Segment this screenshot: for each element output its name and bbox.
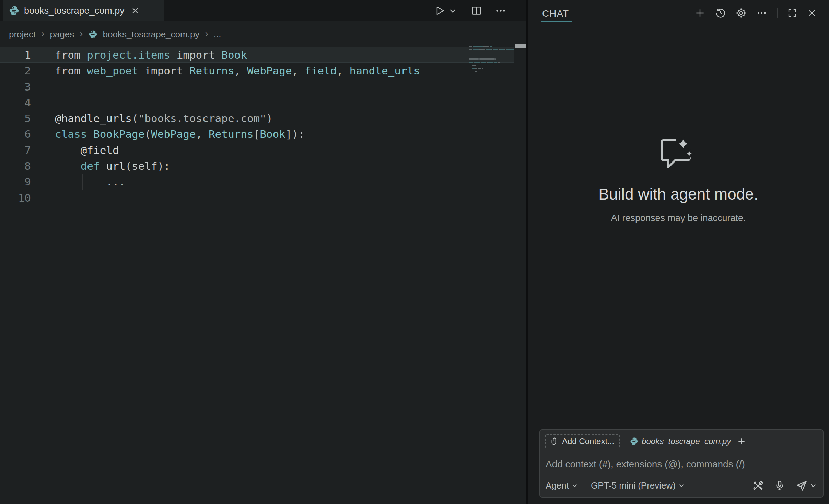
minimap-line <box>481 62 486 63</box>
send-dropdown-button[interactable] <box>810 482 817 489</box>
minimap-line <box>473 46 483 47</box>
breadcrumb: project › pages › books_toscrape_com.py … <box>9 27 221 42</box>
minimap-line <box>469 62 473 63</box>
code-line[interactable]: 4 <box>0 95 514 110</box>
minimap-line <box>479 58 495 60</box>
close-icon <box>807 8 817 18</box>
chat-input-container[interactable]: Add Context... books_toscrape_com.py Add… <box>539 429 824 498</box>
breadcrumb-pages[interactable]: pages <box>50 29 74 40</box>
chat-empty-state: Build with agent mode. AI responses may … <box>528 135 829 224</box>
chat-input-placeholder[interactable]: Add context (#), extensions (@), command… <box>546 459 745 470</box>
minimap-line <box>478 68 481 69</box>
history-button[interactable] <box>715 8 726 19</box>
code-text: class BookPage(WebPage, Returns[Book]): <box>55 126 305 142</box>
gear-icon <box>736 8 747 19</box>
minimap-line <box>478 58 479 60</box>
current-file-chip[interactable]: books_toscrape_com.py <box>628 434 751 448</box>
code-line[interactable]: 5@handle_urls("books.toscrape.com") <box>0 110 514 126</box>
minimap-line <box>479 49 486 50</box>
breadcrumb-project[interactable]: project <box>9 29 36 40</box>
model-picker[interactable]: GPT-5 mini (Preview) <box>591 480 685 491</box>
code-line[interactable]: 10 <box>0 190 514 206</box>
ellipsis-icon <box>756 8 767 19</box>
code-line[interactable]: 9 ... <box>0 174 514 190</box>
chevron-down-icon <box>449 7 456 14</box>
code-text: from project.items import Book <box>55 47 247 63</box>
code-line[interactable]: 6class BookPage(WebPage, Returns[Book]): <box>0 126 514 142</box>
minimap-line <box>475 68 477 69</box>
tab-books-toscrape[interactable]: books_toscrape_com.py <box>3 0 164 21</box>
minimap-line <box>488 62 493 63</box>
minimap-line <box>472 65 476 66</box>
editor-group: books_toscrape_com.py project › pages › <box>0 0 526 504</box>
code-text: @handle_urls("books.toscrape.com") <box>55 110 273 126</box>
chat-panel: CHAT <box>528 0 829 504</box>
indent-guide <box>57 142 57 158</box>
indent-guide <box>57 158 57 174</box>
line-number: 6 <box>0 126 31 142</box>
python-icon <box>630 437 638 445</box>
empty-state-subtitle: AI responses may be inaccurate. <box>528 213 829 224</box>
minimap-line <box>487 62 488 63</box>
code-line[interactable]: 2from web_poet import Returns, WebPage, … <box>0 63 514 79</box>
code-line[interactable]: 8 def url(self): <box>0 158 514 174</box>
breadcrumb-separator: › <box>205 28 208 39</box>
current-file-chip-label: books_toscrape_com.py <box>642 436 731 446</box>
code-text: ... <box>55 174 125 190</box>
minimap-line <box>469 46 472 47</box>
more-actions-button[interactable] <box>495 5 506 16</box>
code-editor[interactable]: 1from project.items import Book2from web… <box>0 47 514 206</box>
scrollbar-thumb[interactable] <box>515 44 526 48</box>
minimap-line <box>469 58 478 60</box>
indent-guide <box>57 174 57 190</box>
line-number: 8 <box>0 158 31 174</box>
tab-chat[interactable]: CHAT <box>542 8 569 19</box>
add-context-button[interactable]: Add Context... <box>545 434 620 448</box>
line-number: 9 <box>0 174 31 190</box>
send-icon <box>795 479 808 492</box>
chevron-down-icon <box>810 482 817 489</box>
voice-input-button[interactable] <box>774 480 785 491</box>
minimap-line <box>480 62 481 63</box>
line-number: 3 <box>0 79 31 95</box>
minimap-line <box>498 62 500 63</box>
attach-more-button[interactable] <box>737 437 746 446</box>
minimap[interactable] <box>465 41 514 96</box>
code-line[interactable]: 7 @field <box>0 142 514 158</box>
minimap-line <box>483 46 489 47</box>
new-chat-button[interactable] <box>694 8 705 19</box>
maximize-icon <box>787 8 797 18</box>
chevron-down-icon <box>678 482 685 489</box>
line-number: 4 <box>0 95 31 110</box>
code-line[interactable]: 3 <box>0 79 514 95</box>
tab-close-icon[interactable] <box>131 7 139 14</box>
send-button[interactable] <box>795 479 808 492</box>
plus-icon <box>694 8 705 19</box>
code-line[interactable]: 1from project.items import Book <box>0 47 514 63</box>
chat-panel-header: CHAT <box>528 0 829 26</box>
settings-button[interactable] <box>736 8 747 19</box>
model-picker-label: GPT-5 mini (Preview) <box>591 480 676 491</box>
breadcrumb-symbol[interactable]: ... <box>214 29 221 40</box>
minimap-line <box>482 68 483 69</box>
chat-header-actions <box>694 8 817 19</box>
split-editor-button[interactable] <box>471 5 482 16</box>
vscode-window: books_toscrape_com.py project › pages › <box>0 0 829 504</box>
breadcrumb-separator: › <box>80 28 83 39</box>
history-icon <box>715 8 726 19</box>
more-button[interactable] <box>756 8 767 19</box>
minimap-line <box>499 49 500 50</box>
configure-tools-button[interactable] <box>752 480 764 491</box>
python-icon <box>89 30 97 39</box>
plus-icon <box>737 437 746 446</box>
mode-picker[interactable]: Agent <box>546 480 578 491</box>
code-text: from web_poet import Returns, WebPage, f… <box>55 63 420 79</box>
close-panel-button[interactable] <box>807 8 817 18</box>
empty-state-title: Build with agent mode. <box>528 185 829 203</box>
line-number: 5 <box>0 110 31 126</box>
line-number: 2 <box>0 63 31 79</box>
breadcrumb-file[interactable]: books_toscrape_com.py <box>103 29 200 40</box>
run-button[interactable] <box>434 5 456 16</box>
chat-input-controls: Agent GPT-5 mini (Preview) <box>546 478 817 493</box>
maximize-button[interactable] <box>787 8 797 18</box>
